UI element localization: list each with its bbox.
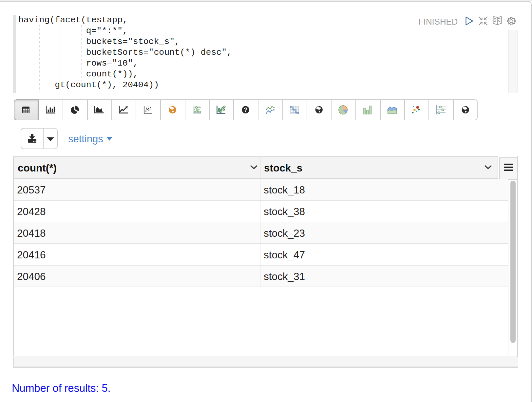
svg-text:?: ? xyxy=(244,107,247,113)
